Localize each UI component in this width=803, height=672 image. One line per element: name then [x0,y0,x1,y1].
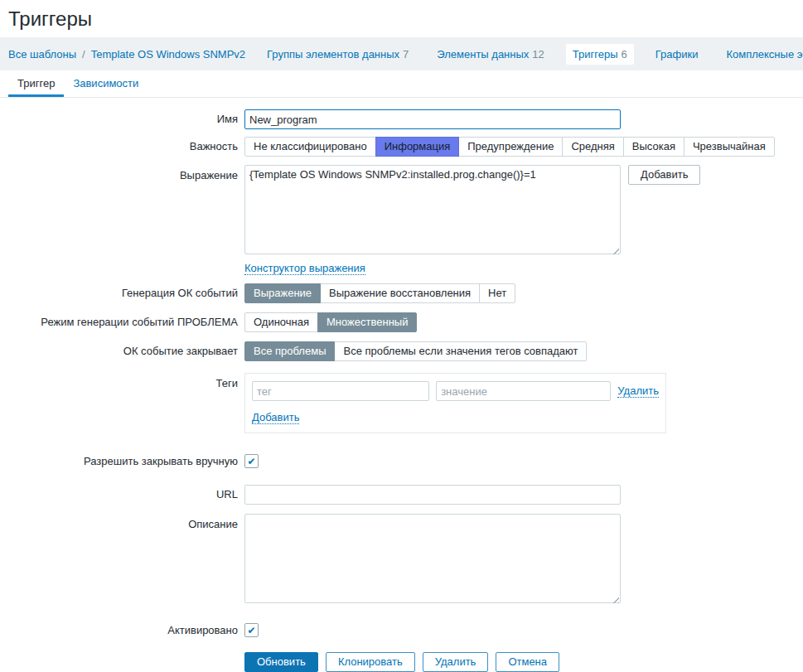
severity-option-high[interactable]: Высокая [623,137,684,157]
ok-event-generation-segmented-control: Выражение Выражение восстановления Нет [244,283,515,303]
name-label: Имя [0,109,244,129]
nav-item-triggers[interactable]: Триггеры6 [566,44,634,65]
page-title: Триггеры [8,7,795,31]
cancel-button[interactable]: Отмена [496,652,559,672]
nav-count: 12 [532,48,544,60]
tags-label: Теги [0,373,244,390]
breadcrumb-all-templates[interactable]: Все шаблоны [8,48,76,60]
severity-segmented-control: Не классифицировано Информация Предупреж… [244,137,775,157]
severity-option-average[interactable]: Средняя [562,137,623,157]
problem-mode-option-multiple[interactable]: Множественный [317,312,417,332]
tab-trigger[interactable]: Триггер [8,70,64,97]
tag-name-input[interactable] [252,381,429,401]
nav-item-graphs[interactable]: Графики [649,44,705,65]
breadcrumb-separator: / [82,48,85,60]
breadcrumb-bar: Все шаблоны / Template OS Windows SNMPv2… [0,37,803,70]
update-button[interactable]: Обновить [244,652,318,672]
content-area: Триггеры Все шаблоны / Template OS Windo… [0,0,803,672]
expression-constructor-link[interactable]: Конструктор выражения [244,262,365,275]
name-input[interactable] [244,109,621,129]
url-input[interactable] [244,485,621,505]
ok-gen-option-expression[interactable]: Выражение [244,283,321,303]
severity-label: Важность [0,137,244,157]
tags-box: Удалить Добавить [244,373,666,433]
ok-closes-option-all-problems-if-tags-match[interactable]: Все проблемы если значения тегов совпада… [334,341,587,361]
ok-event-generation-label: Генерация ОК событий [0,283,244,303]
nav-count: 6 [622,48,627,60]
severity-option-information[interactable]: Информация [375,137,460,157]
nav-count: 7 [403,48,409,60]
clone-button[interactable]: Клонировать [326,652,415,672]
ok-event-closes-segmented-control: Все проблемы Все проблемы если значения … [244,341,587,361]
delete-button[interactable]: Удалить [423,652,489,672]
expression-label: Выражение [0,165,244,182]
expression-textarea[interactable]: {Template OS Windows SNMPv2:installed.pr… [244,165,621,254]
severity-option-not-classified[interactable]: Не классифицировано [244,137,376,157]
severity-option-warning[interactable]: Предупреждение [458,137,563,157]
nav-item-item-groups[interactable]: Группы элементов данных7 [260,44,415,65]
description-label: Описание [0,514,244,531]
problem-event-mode-segmented-control: Одиночная Множественный [244,312,417,332]
tag-add-link[interactable]: Добавить [252,411,299,424]
tag-remove-link[interactable]: Удалить [617,384,659,398]
page-header: Триггеры [0,0,803,37]
ok-closes-option-all-problems[interactable]: Все проблемы [244,341,335,361]
problem-event-mode-label: Режим генерации событий ПРОБЛЕМА [0,312,244,332]
template-section-nav: Группы элементов данных7 Элементы данных… [260,44,803,65]
trigger-form: Имя Важность Не классифицировано Информа… [0,98,803,672]
nav-item-screens[interactable]: Комплексные экраны [719,44,803,65]
ok-gen-option-recovery-expression[interactable]: Выражение восстановления [320,283,480,303]
tab-bar: Триггер Зависимости [0,70,803,98]
form-actions: Обновить Клонировать Удалить Отмена [244,652,559,672]
url-label: URL [0,485,244,505]
breadcrumb-template-name[interactable]: Template OS Windows SNMPv2 [91,48,245,60]
ok-gen-option-none[interactable]: Нет [479,283,515,303]
problem-mode-option-single[interactable]: Одиночная [244,312,318,332]
enabled-checkbox[interactable] [244,623,259,637]
manual-close-label: Разрешить закрывать вручную [0,452,244,471]
expression-add-button[interactable]: Добавить [628,165,700,185]
nav-item-items[interactable]: Элементы данных12 [430,44,550,65]
description-textarea[interactable] [244,514,621,603]
enabled-label: Активировано [0,621,244,641]
ok-event-closes-label: ОК событие закрывает [0,341,244,361]
tab-dependencies[interactable]: Зависимости [64,70,148,97]
tag-value-input[interactable] [436,381,611,401]
severity-option-disaster[interactable]: Чрезвычайная [684,137,775,157]
manual-close-checkbox[interactable] [244,454,259,468]
